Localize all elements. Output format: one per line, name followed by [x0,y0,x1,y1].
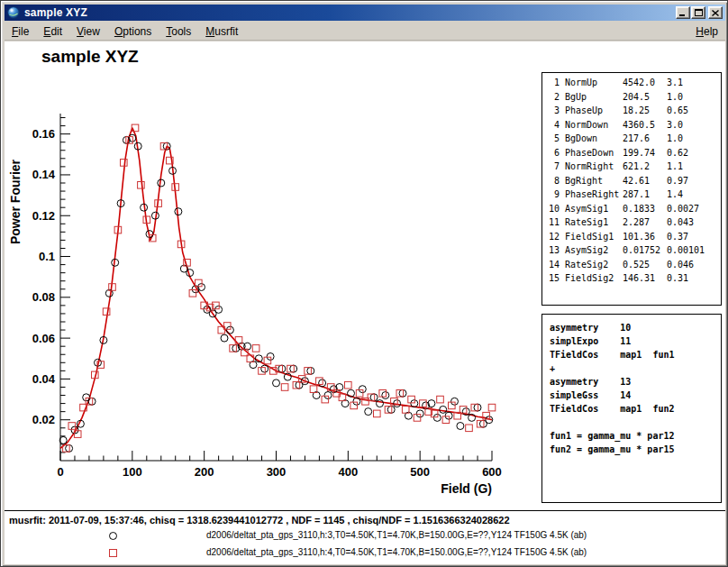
param-error: 0.0027 [667,204,699,214]
param-row: 5BgDown217.61.0 [548,133,721,148]
param-row: 13AsymSig20.017520.00101 [548,245,721,260]
footer-divider [5,510,725,511]
param-name: NormDown [565,120,623,130]
y-axis-title: Power Fourier [8,159,23,244]
param-row: 8BgRight42.610.97 [548,176,721,190]
theory-line: TFieldCos map1 fun1 [550,348,721,361]
param-name: BgUp [565,92,623,102]
menu-options-accel: O [114,25,123,38]
theory-line: simpleGss 14 [550,389,721,402]
param-error: 0.046 [667,260,694,270]
menu-help[interactable]: Help [688,23,725,40]
param-value: 4360.5 [623,120,667,130]
param-number: 10 [548,204,560,214]
legend-label: d2006/deltat_pta_gps_3110,h:3,T0=4.50K,T… [206,530,587,540]
menu-view[interactable]: View [69,23,107,40]
param-value: 4542.0 [623,78,667,87]
menu-view-label: iew [84,25,100,38]
fit-line [60,128,492,449]
theory-line: asymmetry 13 [550,375,721,389]
theory-line: asymmetry 10 [550,321,721,334]
theory-box: asymmetry 10simplExpo 11TFieldCos map1 f… [541,314,722,503]
param-row: 10AsymSig10.18330.0027 [548,204,721,218]
legend-label: d2006/deltat_pta_gps_3110,h:4,T0=4.50K,T… [206,547,587,557]
param-row: 11RateSig12.2870.043 [548,217,721,232]
param-row: 1NormUp4542.03.1 [548,78,721,92]
param-row: 6PhaseDown199.740.62 [548,148,721,162]
svg-text:0.16: 0.16 [32,127,55,141]
param-error: 3.0 [667,120,683,130]
menu-tools[interactable]: Tools [159,23,198,40]
maximize-button[interactable] [691,6,705,19]
svg-text:300: 300 [267,465,287,479]
menu-edit[interactable]: Edit [36,23,69,40]
svg-text:500: 500 [410,465,430,479]
param-number: 4 [548,120,560,130]
param-row: 12FieldSig1101.360.37 [548,232,721,246]
param-name: NormRight [565,161,623,171]
param-value: 0.1833 [623,204,667,214]
theory-line: TFieldCos map1 fun2 [550,402,721,416]
param-error: 0.65 [667,105,688,115]
param-number: 12 [548,232,560,242]
legend-row: d2006/deltat_pta_gps_3110,h:3,T0=4.50K,T… [5,528,725,544]
param-row: 2BgUp204.51.0 [548,92,721,106]
theory-line [550,416,721,429]
svg-text:0.04: 0.04 [32,372,56,386]
open-square-marker-icon [109,549,117,557]
param-error: 0.62 [667,148,688,158]
canvas-area: sample XYZ 01002003004005006000.020.040.… [5,41,725,564]
param-value: 199.74 [623,148,667,158]
series-circles [59,134,493,452]
param-number: 11 [548,217,560,227]
param-number: 2 [548,92,560,102]
param-value: 18.25 [623,105,667,115]
param-name: PhaseUp [565,105,623,115]
param-name: AsymSig2 [565,245,623,255]
param-number: 3 [548,105,560,115]
legend-row: d2006/deltat_pta_gps_3110,h:4,T0=4.50K,T… [5,545,725,562]
param-value: 621.2 [623,161,667,171]
menu-options[interactable]: Options [107,23,159,40]
param-row: 4NormDown4360.53.0 [548,120,721,134]
param-name: AsymSig1 [565,204,623,214]
titlebar[interactable]: sample XYZ [5,5,725,21]
menu-file[interactable]: File [5,23,36,40]
svg-text:0.12: 0.12 [32,209,55,223]
minimize-button[interactable] [676,6,690,19]
param-number: 7 [548,161,560,171]
param-number: 9 [548,189,560,199]
param-name: PhaseRight [565,189,623,199]
theory-line: simplExpo 11 [550,334,721,348]
param-number: 13 [548,245,560,255]
x-axis-title: Field (G) [441,481,492,496]
param-error: 1.1 [667,161,683,171]
param-name: NormUp [565,78,623,87]
close-button[interactable] [708,6,723,19]
menu-musrfit[interactable]: Musrfit [198,23,245,40]
param-error: 0.37 [667,232,688,242]
window-controls [675,6,723,19]
param-value: 204.5 [623,92,667,102]
open-circle-marker-icon [109,532,117,540]
menu-view-accel: V [77,25,84,38]
menu-tools-label: ools [171,25,191,38]
param-error: 1.0 [667,133,683,143]
param-error: 1.0 [667,92,683,102]
svg-text:0.08: 0.08 [32,290,55,304]
param-name: BgRight [565,176,623,186]
axes: 01002003004005006000.020.040.060.080.10.… [32,114,502,479]
app-icon [7,6,20,19]
param-number: 1 [548,78,560,87]
param-row: 9PhaseRight287.11.4 [548,189,721,204]
svg-text:0.14: 0.14 [32,168,56,181]
param-row: 3PhaseUp18.250.65 [548,105,721,120]
parameter-box: 1NormUp4542.03.12BgUp204.51.03PhaseUp18.… [541,72,722,306]
svg-text:0.06: 0.06 [32,332,55,345]
param-error: 0.31 [667,273,688,283]
menu-options-label: ptions [123,25,151,38]
param-value: 287.1 [623,189,667,199]
param-value: 0.525 [623,260,667,270]
svg-text:200: 200 [195,465,214,479]
param-name: RateSig2 [565,260,623,270]
